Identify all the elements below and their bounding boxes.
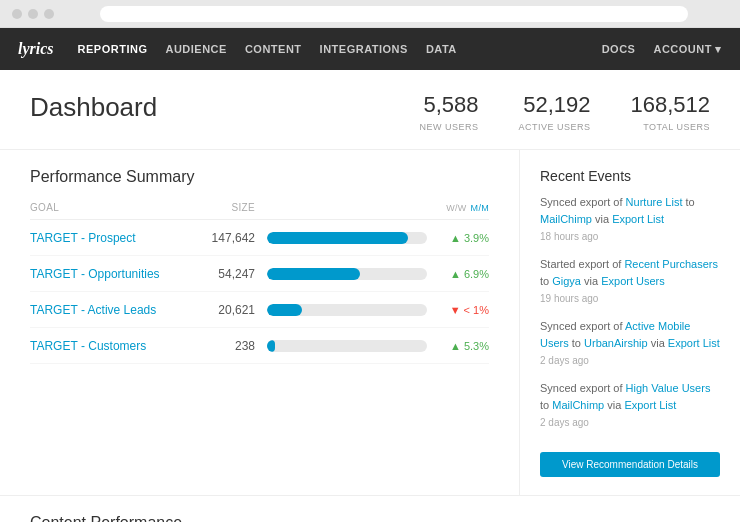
nav-integrations[interactable]: Integrations [320,43,408,55]
browser-address-bar [100,6,688,22]
event-link-gigya[interactable]: Gigya [552,275,581,287]
event-link-export-users[interactable]: Export Users [601,275,665,287]
navbar-right: Docs Account ▾ [602,43,722,56]
perf-change-0: ▲ 3.9% [439,232,489,244]
event-link-mailchimp-1[interactable]: MailChimp [540,213,592,225]
dashboard-header: Dashboard 5,588 New Users 52,192 Active … [0,70,740,150]
table-row: TARGET - Prospect 147,642 ▲ 3.9% [30,220,489,256]
event-link-recent-purchasers[interactable]: Recent Purchasers [624,258,718,270]
stat-active-users: 52,192 Active Users [518,92,590,133]
event-item-2: Synced export of Active Mobile Users to … [540,318,720,368]
navbar: lyrics Reporting Audience Content Integr… [0,28,740,70]
event-link-mailchimp-2[interactable]: MailChimp [552,399,604,411]
event-time-1: 19 hours ago [540,291,720,306]
recent-events-title: Recent Events [540,168,720,184]
bar-fill-2 [267,304,302,316]
goal-link-1[interactable]: TARGET - Opportunities [30,266,195,281]
event-time-2: 2 days ago [540,353,720,368]
perf-size-3: 238 [195,339,255,353]
table-row: TARGET - Customers 238 ▲ 5.3% [30,328,489,364]
event-link-export-1[interactable]: Export List [612,213,664,225]
col-header-size: Size [195,202,255,213]
navbar-logo[interactable]: lyrics [18,40,54,58]
left-panel: Performance Summary Goal Size W/W M/M TA… [0,150,520,495]
col-header-ww: W/W M/M [439,203,489,213]
stat-new-users: 5,588 New Users [419,92,478,133]
bar-fill-0 [267,232,408,244]
goal-link-0[interactable]: TARGET - Prospect [30,230,195,245]
stat-total-users-number: 168,512 [630,92,710,118]
nav-content[interactable]: Content [245,43,302,55]
perf-change-1: ▲ 6.9% [439,268,489,280]
event-link-export-3[interactable]: Export List [624,399,676,411]
content-performance: Content Performance High Performing comp… [0,495,740,522]
ww-label: W/W [446,203,466,213]
navbar-links: Reporting Audience Content Integrations … [78,43,602,55]
browser-dot-red [12,9,22,19]
perf-size-1: 54,247 [195,267,255,281]
goal-link-3[interactable]: TARGET - Customers [30,338,195,353]
perf-size-0: 147,642 [195,231,255,245]
bar-container-1 [267,268,427,280]
performance-table: Goal Size W/W M/M TARGET - Prospect 147,… [30,198,489,364]
performance-summary-title: Performance Summary [30,168,489,186]
nav-reporting[interactable]: Reporting [78,43,148,55]
nav-docs[interactable]: Docs [602,43,636,55]
table-row: TARGET - Active Leads 20,621 ▼ < 1% [30,292,489,328]
event-link-high-value[interactable]: High Value Users [626,382,711,394]
browser-dot-yellow [28,9,38,19]
event-item-0: Synced export of Nurture List to MailChi… [540,194,720,244]
perf-size-2: 20,621 [195,303,255,317]
right-panel: Recent Events Synced export of Nurture L… [520,150,740,495]
event-item-1: Started export of Recent Purchasers to G… [540,256,720,306]
event-link-urbanairship[interactable]: UrbanAirship [584,337,648,349]
nav-account[interactable]: Account ▾ [653,43,722,56]
content-area: Performance Summary Goal Size W/W M/M TA… [0,150,740,495]
col-header-goal: Goal [30,202,195,213]
goal-link-2[interactable]: TARGET - Active Leads [30,302,195,317]
event-item-3: Synced export of High Value Users to Mai… [540,380,720,430]
perf-change-2: ▼ < 1% [439,304,489,316]
stat-active-users-label: Active Users [518,122,590,132]
stat-active-users-number: 52,192 [518,92,590,118]
event-time-0: 18 hours ago [540,229,720,244]
event-link-nurture[interactable]: Nurture List [626,196,683,208]
stat-total-users-label: Total Users [643,122,710,132]
perf-table-header: Goal Size W/W M/M [30,198,489,220]
bar-container-0 [267,232,427,244]
table-row: TARGET - Opportunities 54,247 ▲ 6.9% [30,256,489,292]
content-performance-title: Content Performance [30,514,710,522]
bar-fill-3 [267,340,275,352]
bar-fill-1 [267,268,360,280]
nav-audience[interactable]: Audience [165,43,226,55]
header-stats: 5,588 New Users 52,192 Active Users 168,… [419,92,710,133]
browser-dot-green [44,9,54,19]
view-recommendation-button[interactable]: View Recommendation Details [540,452,720,477]
browser-chrome [0,0,740,28]
event-time-3: 2 days ago [540,415,720,430]
stat-new-users-label: New Users [419,122,478,132]
nav-data[interactable]: Data [426,43,457,55]
bar-container-3 [267,340,427,352]
main-content: Dashboard 5,588 New Users 52,192 Active … [0,70,740,522]
event-link-export-2[interactable]: Export List [668,337,720,349]
bar-container-2 [267,304,427,316]
stat-total-users: 168,512 Total Users [630,92,710,133]
stat-new-users-number: 5,588 [419,92,478,118]
mm-label[interactable]: M/M [471,203,489,213]
perf-change-3: ▲ 5.3% [439,340,489,352]
dashboard-title: Dashboard [30,92,419,123]
